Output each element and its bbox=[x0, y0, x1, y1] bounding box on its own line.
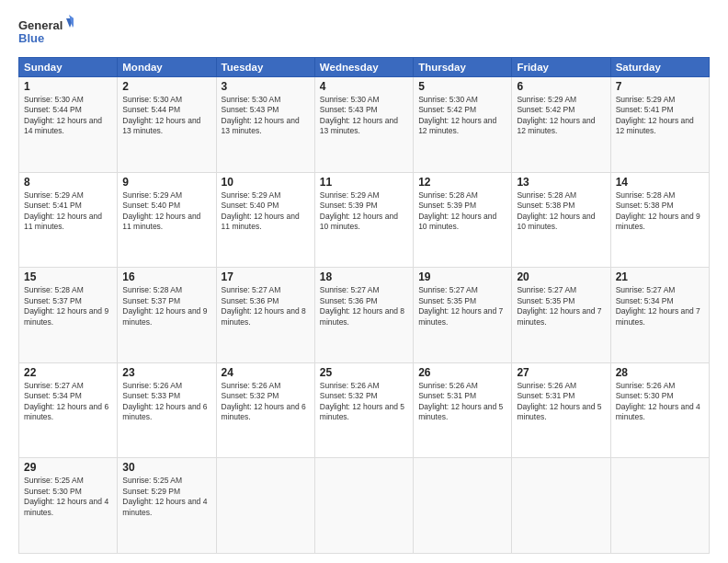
weekday-header-monday: Monday bbox=[118, 58, 216, 77]
empty-cell bbox=[216, 458, 314, 554]
day-number: 30 bbox=[122, 461, 210, 474]
cell-text: Sunrise: 5:30 AMSunset: 5:42 PMDaylight:… bbox=[418, 95, 496, 135]
day-cell-28: 28Sunrise: 5:26 AMSunset: 5:30 PMDayligh… bbox=[610, 362, 709, 458]
cell-text: Sunrise: 5:25 AMSunset: 5:29 PMDaylight:… bbox=[122, 476, 207, 516]
calendar-table: SundayMondayTuesdayWednesdayThursdayFrid… bbox=[18, 57, 710, 554]
day-cell-17: 17Sunrise: 5:27 AMSunset: 5:36 PMDayligh… bbox=[216, 268, 314, 363]
week-row-3: 22Sunrise: 5:27 AMSunset: 5:34 PMDayligh… bbox=[19, 362, 710, 458]
logo-svg: General Blue bbox=[18, 15, 74, 48]
day-number: 6 bbox=[517, 80, 605, 93]
day-number: 21 bbox=[616, 270, 704, 283]
day-cell-6: 6Sunrise: 5:29 AMSunset: 5:42 PMDaylight… bbox=[512, 77, 610, 173]
empty-cell bbox=[512, 458, 610, 554]
cell-text: Sunrise: 5:29 AMSunset: 5:40 PMDaylight:… bbox=[122, 190, 200, 231]
day-number: 2 bbox=[122, 80, 210, 93]
day-cell-9: 9Sunrise: 5:29 AMSunset: 5:40 PMDaylight… bbox=[118, 172, 216, 268]
day-number: 27 bbox=[517, 366, 605, 379]
cell-text: Sunrise: 5:29 AMSunset: 5:41 PMDaylight:… bbox=[616, 95, 694, 135]
cell-text: Sunrise: 5:26 AMSunset: 5:31 PMDaylight:… bbox=[418, 381, 503, 421]
week-row-2: 15Sunrise: 5:28 AMSunset: 5:37 PMDayligh… bbox=[19, 268, 710, 363]
day-number: 17 bbox=[222, 270, 310, 283]
day-number: 28 bbox=[616, 366, 704, 379]
day-cell-16: 16Sunrise: 5:28 AMSunset: 5:37 PMDayligh… bbox=[118, 268, 216, 363]
week-row-1: 8Sunrise: 5:29 AMSunset: 5:41 PMDaylight… bbox=[19, 172, 710, 268]
calendar-header: SundayMondayTuesdayWednesdayThursdayFrid… bbox=[19, 58, 710, 77]
weekday-header-saturday: Saturday bbox=[610, 58, 709, 77]
cell-text: Sunrise: 5:26 AMSunset: 5:33 PMDaylight:… bbox=[122, 381, 207, 421]
week-row-0: 1Sunrise: 5:30 AMSunset: 5:44 PMDaylight… bbox=[19, 77, 710, 173]
day-number: 16 bbox=[122, 270, 210, 283]
cell-text: Sunrise: 5:26 AMSunset: 5:32 PMDaylight:… bbox=[320, 381, 404, 421]
day-cell-24: 24Sunrise: 5:26 AMSunset: 5:32 PMDayligh… bbox=[216, 362, 314, 458]
day-cell-10: 10Sunrise: 5:29 AMSunset: 5:40 PMDayligh… bbox=[216, 172, 314, 268]
day-number: 8 bbox=[24, 176, 112, 189]
cell-text: Sunrise: 5:29 AMSunset: 5:40 PMDaylight:… bbox=[222, 190, 300, 231]
cell-text: Sunrise: 5:28 AMSunset: 5:39 PMDaylight:… bbox=[418, 190, 496, 231]
day-number: 19 bbox=[418, 270, 506, 283]
cell-text: Sunrise: 5:26 AMSunset: 5:31 PMDaylight:… bbox=[517, 381, 601, 421]
weekday-header-thursday: Thursday bbox=[414, 58, 512, 77]
day-cell-25: 25Sunrise: 5:26 AMSunset: 5:32 PMDayligh… bbox=[314, 362, 413, 458]
cell-text: Sunrise: 5:26 AMSunset: 5:32 PMDaylight:… bbox=[222, 381, 306, 421]
day-number: 29 bbox=[24, 461, 112, 474]
day-cell-27: 27Sunrise: 5:26 AMSunset: 5:31 PMDayligh… bbox=[512, 362, 610, 458]
cell-text: Sunrise: 5:30 AMSunset: 5:44 PMDaylight:… bbox=[122, 95, 200, 135]
day-cell-7: 7Sunrise: 5:29 AMSunset: 5:41 PMDaylight… bbox=[610, 77, 709, 173]
cell-text: Sunrise: 5:27 AMSunset: 5:36 PMDaylight:… bbox=[320, 285, 404, 326]
day-number: 9 bbox=[122, 176, 210, 189]
day-cell-2: 2Sunrise: 5:30 AMSunset: 5:44 PMDaylight… bbox=[118, 77, 216, 173]
day-number: 23 bbox=[122, 366, 210, 379]
day-number: 11 bbox=[320, 176, 408, 189]
day-cell-13: 13Sunrise: 5:28 AMSunset: 5:38 PMDayligh… bbox=[512, 172, 610, 268]
day-number: 10 bbox=[222, 176, 310, 189]
cell-text: Sunrise: 5:28 AMSunset: 5:37 PMDaylight:… bbox=[24, 285, 108, 326]
cell-text: Sunrise: 5:28 AMSunset: 5:38 PMDaylight:… bbox=[517, 190, 595, 231]
day-cell-21: 21Sunrise: 5:27 AMSunset: 5:34 PMDayligh… bbox=[610, 268, 709, 363]
day-cell-8: 8Sunrise: 5:29 AMSunset: 5:41 PMDaylight… bbox=[19, 172, 118, 268]
day-cell-23: 23Sunrise: 5:26 AMSunset: 5:33 PMDayligh… bbox=[118, 362, 216, 458]
day-number: 18 bbox=[320, 270, 408, 283]
day-number: 26 bbox=[418, 366, 506, 379]
day-number: 3 bbox=[222, 80, 310, 93]
svg-text:General: General bbox=[18, 18, 63, 32]
day-number: 13 bbox=[517, 176, 605, 189]
day-number: 20 bbox=[517, 270, 605, 283]
cell-text: Sunrise: 5:29 AMSunset: 5:42 PMDaylight:… bbox=[517, 95, 595, 135]
day-number: 14 bbox=[616, 176, 704, 189]
day-number: 4 bbox=[320, 80, 408, 93]
day-cell-11: 11Sunrise: 5:29 AMSunset: 5:39 PMDayligh… bbox=[314, 172, 413, 268]
day-cell-1: 1Sunrise: 5:30 AMSunset: 5:44 PMDaylight… bbox=[19, 77, 118, 173]
day-number: 22 bbox=[24, 366, 112, 379]
cell-text: Sunrise: 5:26 AMSunset: 5:30 PMDaylight:… bbox=[616, 381, 700, 421]
week-row-4: 29Sunrise: 5:25 AMSunset: 5:30 PMDayligh… bbox=[19, 458, 710, 554]
day-cell-20: 20Sunrise: 5:27 AMSunset: 5:35 PMDayligh… bbox=[512, 268, 610, 363]
empty-cell bbox=[314, 458, 413, 554]
cell-text: Sunrise: 5:27 AMSunset: 5:36 PMDaylight:… bbox=[222, 285, 306, 326]
day-cell-26: 26Sunrise: 5:26 AMSunset: 5:31 PMDayligh… bbox=[414, 362, 512, 458]
cell-text: Sunrise: 5:29 AMSunset: 5:41 PMDaylight:… bbox=[24, 190, 102, 231]
cell-text: Sunrise: 5:27 AMSunset: 5:35 PMDaylight:… bbox=[418, 285, 503, 326]
header: General Blue bbox=[18, 15, 710, 48]
weekday-header-tuesday: Tuesday bbox=[216, 58, 314, 77]
day-number: 7 bbox=[616, 80, 704, 93]
weekday-row: SundayMondayTuesdayWednesdayThursdayFrid… bbox=[19, 58, 710, 77]
weekday-header-friday: Friday bbox=[512, 58, 610, 77]
day-cell-30: 30Sunrise: 5:25 AMSunset: 5:29 PMDayligh… bbox=[118, 458, 216, 554]
cell-text: Sunrise: 5:30 AMSunset: 5:44 PMDaylight:… bbox=[24, 95, 102, 135]
weekday-header-sunday: Sunday bbox=[19, 58, 118, 77]
cell-text: Sunrise: 5:30 AMSunset: 5:43 PMDaylight:… bbox=[222, 95, 300, 135]
calendar-page: General Blue SundayMondayTuesdayWednesda… bbox=[0, 0, 728, 563]
empty-cell bbox=[610, 458, 709, 554]
day-cell-29: 29Sunrise: 5:25 AMSunset: 5:30 PMDayligh… bbox=[19, 458, 118, 554]
cell-text: Sunrise: 5:30 AMSunset: 5:43 PMDaylight:… bbox=[320, 95, 398, 135]
day-cell-12: 12Sunrise: 5:28 AMSunset: 5:39 PMDayligh… bbox=[414, 172, 512, 268]
day-number: 15 bbox=[24, 270, 112, 283]
cell-text: Sunrise: 5:25 AMSunset: 5:30 PMDaylight:… bbox=[24, 476, 108, 516]
calendar-body: 1Sunrise: 5:30 AMSunset: 5:44 PMDaylight… bbox=[19, 77, 710, 554]
cell-text: Sunrise: 5:28 AMSunset: 5:38 PMDaylight:… bbox=[616, 190, 700, 231]
day-cell-15: 15Sunrise: 5:28 AMSunset: 5:37 PMDayligh… bbox=[19, 268, 118, 363]
day-cell-5: 5Sunrise: 5:30 AMSunset: 5:42 PMDaylight… bbox=[414, 77, 512, 173]
cell-text: Sunrise: 5:28 AMSunset: 5:37 PMDaylight:… bbox=[122, 285, 207, 326]
day-cell-22: 22Sunrise: 5:27 AMSunset: 5:34 PMDayligh… bbox=[19, 362, 118, 458]
day-cell-4: 4Sunrise: 5:30 AMSunset: 5:43 PMDaylight… bbox=[314, 77, 413, 173]
